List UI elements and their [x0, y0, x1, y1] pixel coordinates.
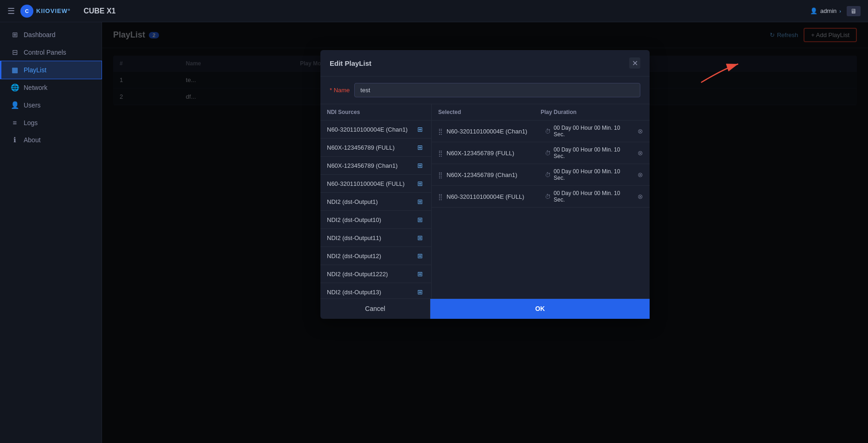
selected-header-row: Selected Play Duration — [432, 104, 650, 120]
ndi-sources-column: NDI Sources N60-320110100004E (Chan1) ⊞ … — [320, 104, 432, 298]
brand-name: KIIOVIEW° — [36, 7, 70, 14]
ndi-source-item[interactable]: N60-320110100004E (FULL) ⊞ — [320, 175, 431, 193]
modal-footer: Cancel OK — [320, 299, 650, 319]
main-layout: ⊞ Dashboard ⊟ Control Panels ▦ PlayList … — [0, 22, 868, 443]
cancel-button[interactable]: Cancel — [320, 299, 430, 319]
remove-item-icon[interactable]: ⊗ — [638, 193, 643, 200]
selected-items-list: ⣿ N60-320110100004E (Chan1) ⏱ 00 Day 00 … — [432, 120, 650, 298]
ndi-source-item[interactable]: N60X-123456789 (Chan1) ⊞ — [320, 157, 431, 175]
ndi-source-name: NDI2 (dst-Output1222) — [327, 271, 388, 278]
clock-icon: ⏱ — [545, 150, 551, 157]
drag-handle-icon: ⣿ — [438, 150, 443, 157]
add-ndi-source-button[interactable]: ⊞ — [415, 125, 425, 134]
ndi-source-name: NDI2 (dst-Output13) — [327, 289, 381, 296]
sidebar-item-label: Logs — [24, 119, 38, 127]
sidebar-item-dashboard[interactable]: ⊞ Dashboard — [0, 26, 102, 44]
sidebar-item-label: Control Panels — [24, 49, 66, 56]
ndi-source-name: N60-320110100004E (Chan1) — [327, 126, 408, 133]
modal-close-button[interactable]: ✕ — [629, 57, 640, 69]
ndi-source-item[interactable]: N60X-123456789 (FULL) ⊞ — [320, 139, 431, 157]
duration-area: ⏱ 00 Day 00 Hour 00 Min. 10 Sec. ⊗ — [545, 125, 643, 138]
drag-handle-icon: ⣿ — [438, 193, 443, 200]
modal-name-input[interactable] — [354, 83, 640, 97]
duration-area: ⏱ 00 Day 00 Hour 00 Min. 10 Sec. ⊗ — [545, 168, 643, 181]
remove-item-icon[interactable]: ⊗ — [638, 171, 643, 178]
sidebar-item-control-panels[interactable]: ⊟ Control Panels — [0, 44, 102, 61]
network-icon: 🌐 — [11, 83, 19, 92]
ndi-source-item[interactable]: NDI2 (dst-Output10) ⊞ — [320, 211, 431, 229]
sidebar-item-label: About — [24, 136, 41, 144]
remove-item-icon[interactable]: ⊗ — [638, 149, 643, 157]
screen-icon[interactable]: 🖥 — [847, 6, 861, 16]
duration-area: ⏱ 00 Day 00 Hour 00 Min. 10 Sec. ⊗ — [545, 146, 643, 159]
selected-item: ⣿ N60X-123456789 (Chan1) ⏱ 00 Day 00 Hou… — [432, 164, 650, 186]
about-icon: ℹ — [11, 136, 19, 144]
sidebar-item-playlist[interactable]: ▦ PlayList — [0, 61, 102, 79]
topnav-right: 👤 admin › 🖥 — [810, 6, 861, 16]
add-ndi-source-button[interactable]: ⊞ — [415, 233, 425, 242]
duration-text: 00 Day 00 Hour 00 Min. 10 Sec. — [554, 190, 631, 203]
topnav: ☰ C KIIOVIEW° CUBE X1 👤 admin › 🖥 — [0, 0, 868, 22]
user-arrow-icon: › — [839, 8, 841, 14]
selected-item: ⣿ N60-320110100004E (Chan1) ⏱ 00 Day 00 … — [432, 120, 650, 142]
main-content: PlayList 2 ↻ Refresh + Add PlayList — [102, 22, 868, 443]
drag-handle-icon: ⣿ — [438, 171, 443, 178]
hamburger-icon[interactable]: ☰ — [7, 6, 15, 16]
selected-column: Selected Play Duration ⣿ N60-32011010000… — [432, 104, 650, 298]
add-ndi-source-button[interactable]: ⊞ — [415, 251, 425, 260]
ndi-source-name: NDI2 (dst-Output11) — [327, 234, 381, 241]
modal-overlay: Edit PlayList ✕ * Name NDI Sources N60-3… — [102, 22, 868, 443]
modal-columns: NDI Sources N60-320110100004E (Chan1) ⊞ … — [320, 104, 650, 299]
modal-name-row: * Name — [320, 76, 650, 104]
modal-header: Edit PlayList ✕ — [320, 50, 650, 76]
playlist-icon: ▦ — [11, 66, 19, 74]
duration-text: 00 Day 00 Hour 00 Min. 10 Sec. — [554, 125, 631, 138]
ndi-source-name: NDI2 (dst-Output10) — [327, 216, 381, 223]
user-area[interactable]: 👤 admin › — [810, 7, 841, 14]
ndi-source-item[interactable]: NDI2 (dst-Output12) ⊞ — [320, 247, 431, 265]
selected-item-name: N60-320110100004E (Chan1) — [447, 128, 545, 135]
brand-logo: C — [20, 5, 33, 18]
topnav-left: ☰ C KIIOVIEW° CUBE X1 — [7, 5, 810, 18]
selected-header: Selected — [438, 109, 541, 115]
users-icon: 👤 — [11, 101, 19, 109]
logs-icon: ≡ — [11, 119, 19, 127]
edit-playlist-modal: Edit PlayList ✕ * Name NDI Sources N60-3… — [320, 50, 650, 319]
remove-item-icon[interactable]: ⊗ — [638, 127, 643, 135]
add-ndi-source-button[interactable]: ⊞ — [415, 143, 425, 152]
ndi-source-item[interactable]: NDI2 (dst-Output13) ⊞ — [320, 283, 431, 298]
ndi-source-item[interactable]: NDI2 (dst-Output1222) ⊞ — [320, 265, 431, 283]
ndi-sources-header: NDI Sources — [320, 104, 431, 120]
selected-item: ⣿ N60X-123456789 (FULL) ⏱ 00 Day 00 Hour… — [432, 142, 650, 164]
sidebar-item-logs[interactable]: ≡ Logs — [0, 114, 102, 131]
duration-area: ⏱ 00 Day 00 Hour 00 Min. 10 Sec. ⊗ — [545, 190, 643, 203]
user-name: admin — [820, 7, 836, 14]
clock-icon: ⏱ — [545, 193, 551, 200]
ndi-source-item[interactable]: N60-320110100004E (Chan1) ⊞ — [320, 120, 431, 139]
add-ndi-source-button[interactable]: ⊞ — [415, 215, 425, 224]
clock-icon: ⏱ — [545, 128, 551, 135]
sidebar-item-users[interactable]: 👤 Users — [0, 96, 102, 114]
device-name: CUBE X1 — [83, 7, 115, 15]
add-ndi-source-button[interactable]: ⊞ — [415, 287, 425, 297]
ndi-source-item[interactable]: NDI2 (dst-Output11) ⊞ — [320, 229, 431, 247]
add-ndi-source-button[interactable]: ⊞ — [415, 179, 425, 188]
selected-item-name: N60X-123456789 (Chan1) — [447, 171, 545, 178]
add-ndi-source-button[interactable]: ⊞ — [415, 269, 425, 278]
sidebar-item-network[interactable]: 🌐 Network — [0, 79, 102, 96]
add-ndi-source-button[interactable]: ⊞ — [415, 161, 425, 170]
sidebar-item-label: Users — [24, 101, 41, 109]
sidebar-item-label: PlayList — [24, 66, 46, 74]
duration-text: 00 Day 00 Hour 00 Min. 10 Sec. — [554, 168, 631, 181]
sidebar-item-label: Network — [24, 84, 47, 91]
ok-button[interactable]: OK — [430, 299, 650, 319]
ndi-source-name: NDI2 (dst-Output1) — [327, 198, 378, 205]
sidebar-item-about[interactable]: ℹ About — [0, 131, 102, 149]
user-avatar-icon: 👤 — [810, 7, 817, 14]
clock-icon: ⏱ — [545, 171, 551, 178]
ndi-source-name: N60X-123456789 (Chan1) — [327, 162, 398, 169]
selected-item-name: N60-320110100004E (FULL) — [447, 193, 545, 200]
brand: C KIIOVIEW° — [20, 5, 70, 18]
add-ndi-source-button[interactable]: ⊞ — [415, 197, 425, 206]
ndi-source-item[interactable]: NDI2 (dst-Output1) ⊞ — [320, 193, 431, 211]
